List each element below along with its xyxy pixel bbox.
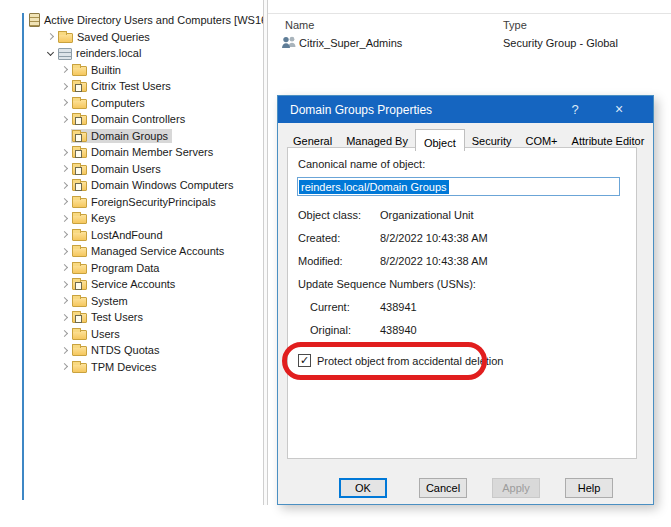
chevron-right-icon[interactable]	[60, 248, 67, 255]
help-button[interactable]: Help	[565, 478, 613, 498]
cancel-button[interactable]: Cancel	[419, 478, 467, 498]
folder-icon	[72, 231, 87, 241]
ok-button[interactable]: OK	[339, 478, 387, 498]
folder-ou-icon	[72, 165, 87, 175]
close-icon[interactable]: ×	[603, 96, 635, 123]
tab-general[interactable]: General	[286, 132, 339, 151]
tree-item-managed-service-accounts[interactable]: Managed Service Accounts	[24, 243, 263, 260]
chevron-right-icon[interactable]	[60, 314, 67, 321]
tab-attribute-editor[interactable]: Attribute Editor	[565, 132, 652, 151]
tree-item-label: Domain Groups	[91, 130, 168, 142]
tab-security[interactable]: Security	[465, 132, 519, 151]
chevron-right-icon[interactable]	[60, 215, 67, 222]
column-header-type[interactable]: Type	[503, 19, 527, 31]
canonical-name-label: Canonical name of object:	[298, 158, 636, 171]
tree-item-tpm-devices[interactable]: TPM Devices	[24, 359, 263, 376]
tree-item-lostandfound[interactable]: LostAndFound	[24, 227, 263, 244]
chevron-right-icon[interactable]	[60, 330, 67, 337]
tree-item-active-directory-users-and-computers-ws16[interactable]: Active Directory Users and Computers [WS…	[24, 12, 263, 29]
tree-item-saved-queries[interactable]: Saved Queries	[24, 29, 263, 46]
checkmark-icon: ✓	[300, 355, 309, 366]
tree-item-program-data[interactable]: Program Data	[24, 260, 263, 277]
tree-item-label: Citrix Test Users	[91, 80, 171, 92]
folder-ou-icon	[72, 313, 87, 323]
console-tree: Active Directory Users and Computers [WS…	[24, 12, 263, 375]
chevron-right-icon[interactable]	[60, 347, 67, 354]
chevron-right-icon[interactable]	[60, 297, 67, 304]
chevron-right-icon[interactable]	[60, 165, 67, 172]
tree-item-label: TPM Devices	[91, 361, 156, 373]
tree-item-reinders-local[interactable]: reinders.local	[24, 45, 263, 62]
chevron-right-icon[interactable]	[60, 99, 67, 106]
tree-item-label: System	[91, 295, 128, 307]
domain-icon	[58, 48, 72, 60]
canonical-name-value: reinders.local/Domain Groups	[299, 180, 449, 194]
property-row: Object class:Organizational Unit	[298, 210, 636, 221]
field-label: Created:	[298, 233, 380, 244]
folder-ou-icon	[72, 132, 87, 142]
field-label: Modified:	[298, 256, 380, 267]
chevron-right-icon[interactable]	[60, 198, 67, 205]
tree-item-label: Program Data	[91, 262, 159, 274]
chevron-right-icon[interactable]	[60, 363, 67, 370]
tree-item-users[interactable]: Users	[24, 326, 263, 343]
chevron-right-icon[interactable]	[60, 116, 67, 123]
folder-icon	[72, 297, 87, 307]
tree-item-label: Active Directory Users and Computers [WS…	[44, 14, 263, 26]
tree-item-computers[interactable]: Computers	[24, 95, 263, 112]
list-item-citrix-super-admins[interactable]: Citrix_Super_AdminsSecurity Group - Glob…	[268, 33, 671, 51]
tree-item-label: ForeignSecurityPrincipals	[91, 196, 216, 208]
tree-item-label: Builtin	[91, 64, 121, 76]
tree-item-system[interactable]: System	[24, 293, 263, 310]
apply-button: Apply	[492, 478, 540, 498]
tree-item-domain-users[interactable]: Domain Users	[24, 161, 263, 178]
panel-splitter[interactable]	[263, 0, 268, 505]
tree-item-foreignsecurityprincipals[interactable]: ForeignSecurityPrincipals	[24, 194, 263, 211]
folder-icon	[72, 66, 87, 76]
tree-item-citrix-test-users[interactable]: Citrix Test Users	[24, 78, 263, 95]
chevron-right-icon[interactable]	[60, 231, 67, 238]
usn-heading: Update Sequence Numbers (USNs):	[298, 279, 636, 290]
protect-checkbox[interactable]: ✓	[298, 354, 311, 367]
group-icon	[281, 36, 297, 51]
chevron-right-icon[interactable]	[60, 66, 67, 73]
field-value: 438941	[380, 302, 417, 313]
tree-item-label: Computers	[91, 97, 145, 109]
field-value: 8/2/2022 10:43:38 AM	[380, 256, 488, 267]
tree-item-test-users[interactable]: Test Users	[24, 309, 263, 326]
tree-item-domain-windows-computers[interactable]: Domain Windows Computers	[24, 177, 263, 194]
tree-item-domain-member-servers[interactable]: Domain Member Servers	[24, 144, 263, 161]
folder-ou-icon	[72, 82, 87, 92]
folder-icon	[72, 330, 87, 340]
canonical-name-field[interactable]: reinders.local/Domain Groups	[297, 177, 620, 196]
chevron-right-icon[interactable]	[60, 182, 67, 189]
chevron-right-icon[interactable]	[60, 281, 67, 288]
chevron-expanded-icon[interactable]	[46, 49, 53, 56]
tree-item-keys[interactable]: Keys	[24, 210, 263, 227]
tree-item-label: reinders.local	[76, 47, 141, 59]
property-row: Created:8/2/2022 10:43:38 AM	[298, 233, 636, 244]
chevron-right-icon[interactable]	[60, 264, 67, 271]
chevron-right-icon[interactable]	[60, 149, 67, 156]
help-button[interactable]: ?	[559, 96, 591, 123]
folder-ou-icon	[72, 181, 87, 191]
tree-item-label: Service Accounts	[91, 278, 175, 290]
tab-object[interactable]: Object	[415, 129, 465, 151]
tree-item-domain-controllers[interactable]: Domain Controllers	[24, 111, 263, 128]
tree-item-domain-groups[interactable]: Domain Groups	[24, 128, 263, 145]
tree-item-builtin[interactable]: Builtin	[24, 62, 263, 79]
dialog-titlebar: Domain Groups Properties ? ×	[278, 96, 653, 123]
chevron-right-icon[interactable]	[60, 83, 67, 90]
property-row: Modified:8/2/2022 10:43:38 AM	[298, 256, 636, 267]
list-item-type: Security Group - Global	[503, 37, 618, 49]
dialog-title: Domain Groups Properties	[290, 103, 432, 117]
tab-com[interactable]: COM+	[518, 132, 564, 151]
chevron-right-icon[interactable]	[46, 33, 53, 40]
tree-item-label: Test Users	[91, 311, 143, 323]
folder-icon	[72, 198, 87, 208]
column-header-name[interactable]: Name	[285, 19, 314, 31]
tree-item-ntds-quotas[interactable]: NTDS Quotas	[24, 342, 263, 359]
properties-dialog: Domain Groups Properties ? × GeneralMana…	[277, 95, 654, 505]
tab-managed-by[interactable]: Managed By	[339, 132, 415, 151]
tree-item-service-accounts[interactable]: Service Accounts	[24, 276, 263, 293]
